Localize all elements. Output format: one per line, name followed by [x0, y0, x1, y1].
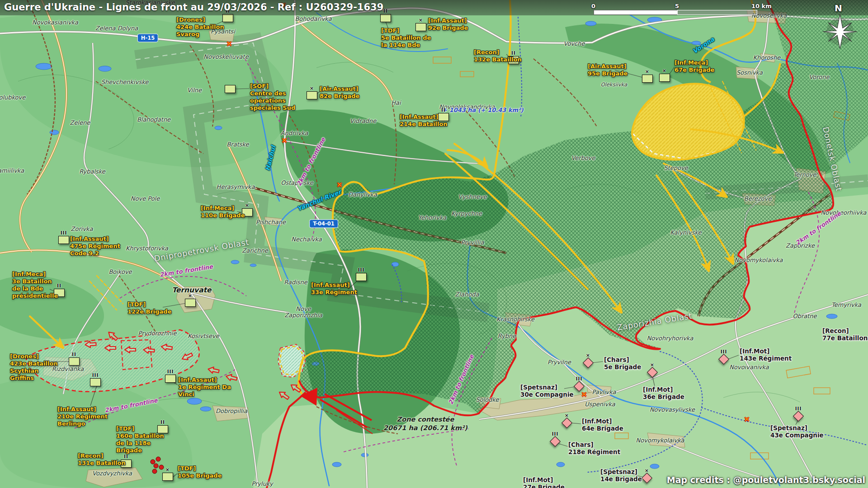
friendly-unit-label: [Inf.Assaut] 210e Régiment Berlingo [57, 406, 108, 427]
town-label: Khrystoforivka [126, 245, 168, 252]
town-label: Pavlivka [592, 389, 616, 395]
friendly-unit-symbol [642, 75, 653, 83]
unit-echelon-mark: × [586, 352, 590, 358]
town-label: Yehorivka [418, 215, 446, 221]
town-label: Rybalske [79, 169, 105, 175]
friendly-unit-label: [Drones] 423e Bataillon Scythian Griffin… [10, 353, 58, 381]
clash-marker-icon: ✕ [581, 390, 587, 399]
town-label: Vidradne [350, 118, 376, 124]
map-annotation: + 1043 ha (+ 10.43 km²) [442, 107, 524, 113]
unit-echelon-mark: III [721, 349, 727, 354]
town-label: Pishchane [256, 219, 286, 225]
friendly-unit-symbol [185, 299, 196, 307]
friendly-unit-symbol [225, 85, 236, 93]
friendly-unit-label: [Inf.Assaut] 33e Régiment [311, 282, 357, 296]
friendly-unit-label: [Air.Assaut] 95e Brigade [588, 63, 627, 77]
town-label: Ternove [793, 172, 816, 178]
town-label: Sosnivka [736, 70, 763, 76]
friendly-unit-symbol [90, 378, 101, 386]
town-label: Vyshneve [458, 194, 486, 200]
town-label: Shevchenkivske [101, 79, 148, 85]
friendly-unit-label: [Inf.Meca] 3e Bataillon de la Bde présid… [12, 271, 58, 299]
town-label: Boikove [108, 269, 132, 275]
town-label: Nove Pole [131, 196, 160, 202]
town-label: Dobropillia [216, 408, 247, 414]
town-label: Oleksiivka [601, 82, 627, 88]
enemy-unit-label: [Recon] 77e Bataillon [822, 327, 868, 342]
incident-dot-marker [154, 464, 159, 469]
town-label: Vilne [187, 87, 202, 94]
clash-marker-icon: ✕ [226, 40, 232, 48]
map-title: Guerre d'Ukraine - Lignes de front au 29… [4, 2, 383, 13]
town-label: Kosivtseve [188, 333, 219, 339]
town-label: Novoivanivka [729, 364, 769, 371]
scale-bar-outline [677, 10, 757, 15]
town-label: Bratske [226, 141, 249, 148]
town-label: Herasymivka [217, 184, 255, 190]
unit-echelon-mark: III [92, 372, 99, 378]
scale-label-5: 5 [675, 3, 679, 9]
town-label: Blahodatne [137, 117, 170, 123]
enemy-unit-label: [Spetsnaz] 14e Brigade [600, 468, 642, 483]
unit-echelon-mark: × [645, 69, 650, 74]
town-label: Verbove [571, 155, 595, 161]
enemy-unit-label: [Inf.Mot] 143e Régiment [740, 347, 792, 362]
town-label: Nechaivka [291, 236, 322, 243]
friendly-unit-symbol [307, 91, 317, 99]
incident-dot-marker [156, 457, 161, 462]
friendly-unit-label: [TDF] 160e Bataillon de la 118e Brigade [116, 425, 164, 454]
unit-echelon-mark: III [576, 376, 583, 381]
clash-marker-icon: ✕ [282, 136, 288, 145]
town-label: Radisne [284, 279, 307, 286]
scale-label-0: 0 [591, 3, 595, 9]
unit-echelon-mark: × [662, 68, 667, 73]
unit-echelon-mark: III [358, 267, 365, 272]
town-label: Bohodarivka [295, 16, 331, 22]
friendly-unit-label: [SOF] Centre des opérations spéciales Su… [250, 83, 295, 111]
town-label: Novomykolaivka [636, 437, 684, 444]
road-badge-t0401: T-04-01 [309, 220, 338, 228]
town-label: Obratne [793, 313, 816, 319]
friendly-unit-label: [Air.Assaut] 82e Brigade [320, 85, 359, 100]
scale-bar-solid [594, 10, 678, 15]
town-label: Uspenivka [585, 401, 615, 408]
friendly-unit-label: [Inf.Meca] 110e Brigade [201, 205, 245, 219]
scale-label-10km: 10 km [751, 3, 772, 9]
friendly-unit-symbol [69, 357, 80, 366]
town-label: Zlahoda [455, 291, 479, 298]
town-label: Stepove [664, 165, 688, 171]
town-label: Andriivka [281, 130, 308, 136]
town-label: Solodke [476, 397, 499, 403]
war-map: Guerre d'Ukraine - Lignes de front au 29… [0, 0, 868, 488]
enemy-unit-label: [Spetsnaz] 43e Compagnie [770, 424, 824, 439]
town-label: Nove Zaporizhzhia [284, 306, 322, 319]
town-label: Danylivka [348, 192, 377, 198]
compass-north-label: N [835, 3, 842, 14]
unit-echelon-mark: × [565, 413, 569, 418]
town-label: Berezove [744, 196, 771, 202]
clash-marker-icon: ✕ [337, 181, 343, 189]
town-label: Novomykolaivka [735, 257, 783, 263]
friendly-unit-label: [TDF] 5e Bataillon de la 114e Bde [381, 27, 431, 49]
town-label: Krasnohirske [496, 316, 534, 323]
friendly-unit-label: [Recon] 131e Bataillon [78, 452, 126, 467]
town-label: Novoskeliuvate [203, 54, 248, 60]
map-annotation: Zone contestée 20671 ha (206.71 km²) [383, 415, 467, 432]
town-label: Samiilivka [0, 168, 24, 174]
town-label: Kyrpychne [451, 211, 482, 217]
clash-marker-icon: ✕ [744, 415, 750, 423]
enemy-unit-label: [Inf.Mot] 64e Brigade [582, 418, 623, 432]
town-label: Zarichne [242, 248, 268, 254]
town-label: Zelena Dolyna [95, 25, 138, 32]
friendly-unit-symbol [659, 74, 670, 82]
friendly-unit-label: [Inf.Assaut] 1e Régiment Da Vinci [178, 376, 231, 398]
friendly-unit-label: [Inf.Assaut] 214e Bataillon [400, 113, 448, 128]
town-label: Khoroshe [753, 55, 781, 61]
unit-echelon-mark: II [72, 352, 76, 357]
friendly-unit-symbol [58, 236, 69, 244]
friendly-unit-label: [Recon] 132e Bataillon [474, 49, 522, 63]
friendly-unit-symbol [165, 375, 176, 383]
town-label: Vorone [809, 74, 829, 80]
unit-echelon-mark: III [61, 230, 67, 235]
town-label: Pryvilne [547, 359, 571, 366]
